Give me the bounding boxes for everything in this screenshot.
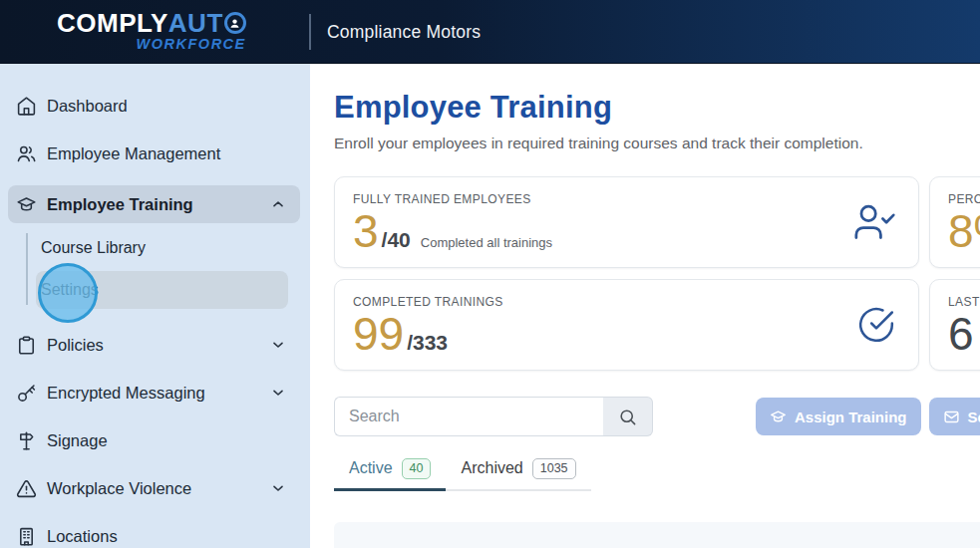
table-header-band: [334, 522, 980, 548]
stat-value: 8%: [948, 207, 980, 255]
sidebar-nav: Dashboard Employee Management Employee T…: [0, 64, 310, 548]
check-circle-icon: [856, 305, 896, 345]
graduation-cap-icon: [770, 409, 787, 425]
search-icon: [618, 408, 637, 426]
tab-count-badge: 40: [402, 458, 432, 479]
sidebar-item-employee-management[interactable]: Employee Management: [8, 132, 300, 175]
tab-bar: Active 40 Archived 1035: [334, 458, 591, 491]
building-icon: [16, 526, 38, 547]
sidebar-item-encrypted-messaging[interactable]: Encrypted Messaging: [8, 371, 300, 414]
sidebar-item-label: Employee Management: [47, 144, 220, 163]
sidebar-item-label: Policies: [47, 336, 104, 355]
app-header: COMPLYAUT WORKFORCE Compliance Motors: [0, 0, 980, 64]
stat-value-row: 3 /40 Completed all trainings: [353, 207, 900, 255]
sidebar-subnav-employee-training: Course Library Settings: [0, 229, 310, 309]
logo-text-auto: AUT: [168, 9, 223, 38]
sidebar-item-signage[interactable]: Signage: [8, 418, 300, 462]
tab-label: Archived: [461, 459, 522, 477]
send-reminder-label: Send Reminder: [968, 409, 980, 425]
sidebar-item-settings[interactable]: Settings: [36, 271, 288, 309]
stat-value: 3: [353, 207, 379, 255]
assign-training-label: Assign Training: [795, 409, 907, 425]
chevron-up-icon: [270, 196, 292, 212]
sidebar-item-label: Encrypted Messaging: [47, 384, 205, 403]
stat-total: /333: [407, 331, 448, 355]
sidebar-item-employee-training[interactable]: Employee Training: [8, 185, 300, 223]
clipboard-icon: [16, 335, 38, 356]
stat-label: COMPLETED TRAININGS: [353, 295, 900, 309]
app-logo-wordmark: COMPLYAUT: [57, 9, 246, 38]
key-icon: [16, 383, 38, 404]
sidebar-item-label: Dashboard: [47, 97, 128, 116]
sidebar-item-policies[interactable]: Policies: [8, 323, 300, 367]
chevron-down-icon: [270, 480, 292, 496]
stat-label: FULLY TRAINED EMPLOYEES: [353, 192, 900, 206]
envelope-icon: [943, 409, 960, 425]
stat-label: PERCENT TRAINED: [948, 192, 980, 206]
org-name: Compliance Motors: [327, 0, 481, 64]
stat-card-fully-trained: FULLY TRAINED EMPLOYEES 3 /40 Completed …: [334, 176, 919, 268]
send-reminder-button[interactable]: Send Reminder: [929, 398, 980, 435]
assign-training-button[interactable]: Assign Training: [756, 398, 921, 435]
sidebar-item-locations[interactable]: Locations: [8, 514, 300, 548]
sidebar-item-label: Workplace Violence: [47, 479, 191, 498]
users-icon: [16, 143, 38, 164]
chevron-down-icon: [270, 337, 292, 353]
stat-value: 6: [948, 310, 974, 358]
chevron-down-icon: [270, 385, 292, 401]
sidebar-item-label: Course Library: [41, 239, 146, 257]
warning-triangle-icon: [16, 478, 38, 499]
stat-card-percent-trained: PERCENT TRAINED 8%: [929, 176, 980, 268]
app-logo[interactable]: COMPLYAUT WORKFORCE: [57, 9, 246, 52]
search-and-actions-row: Assign Training Send Reminder: [334, 397, 980, 436]
signpost-icon: [16, 430, 38, 451]
sidebar-item-label: Employee Training: [47, 195, 193, 214]
search-input[interactable]: [334, 397, 603, 436]
stat-label: LAST TRAINING: [948, 295, 980, 309]
action-buttons: Assign Training Send Reminder: [756, 398, 980, 435]
home-icon: [16, 96, 38, 117]
stat-value-row: 6: [948, 310, 980, 358]
sidebar-item-course-library[interactable]: Course Library: [36, 229, 288, 267]
search-group: [334, 397, 653, 436]
user-check-icon: [852, 200, 896, 244]
graduation-cap-icon: [16, 194, 38, 215]
stat-value-row: 8%: [948, 207, 980, 255]
sidebar-item-label: Signage: [47, 431, 108, 450]
tab-active[interactable]: Active 40: [334, 458, 446, 491]
main-content: Employee Training Enroll your employees …: [310, 64, 980, 548]
stat-card-last-training: LAST TRAINING 6: [929, 279, 980, 371]
page-title: Employee Training: [334, 90, 980, 126]
stat-card-completed-trainings: COMPLETED TRAININGS 99 /333: [334, 279, 919, 371]
tab-archived[interactable]: Archived 1035: [446, 458, 590, 491]
sidebar-item-workplace-violence[interactable]: Workplace Violence: [8, 466, 300, 510]
stat-value-row: 99 /333: [353, 310, 900, 358]
person-in-circle-icon: [224, 12, 246, 34]
stat-total: /40: [382, 228, 411, 252]
sidebar: Dashboard Employee Management Employee T…: [0, 64, 310, 548]
sidebar-item-label: Locations: [47, 527, 118, 546]
tab-count-badge: 1035: [532, 458, 576, 479]
stat-note: Completed all trainings: [421, 235, 552, 250]
sidebar-item-dashboard[interactable]: Dashboard: [8, 84, 300, 128]
page-subtitle: Enroll your employees in required traini…: [334, 135, 980, 152]
stats-grid: FULLY TRAINED EMPLOYEES 3 /40 Completed …: [334, 176, 980, 371]
search-button[interactable]: [603, 397, 653, 436]
sidebar-item-label: Settings: [41, 281, 99, 299]
tab-label: Active: [349, 459, 393, 477]
logo-text-comply: COMPLY: [57, 9, 168, 38]
header-divider: [309, 14, 311, 50]
stat-value: 99: [353, 310, 404, 358]
